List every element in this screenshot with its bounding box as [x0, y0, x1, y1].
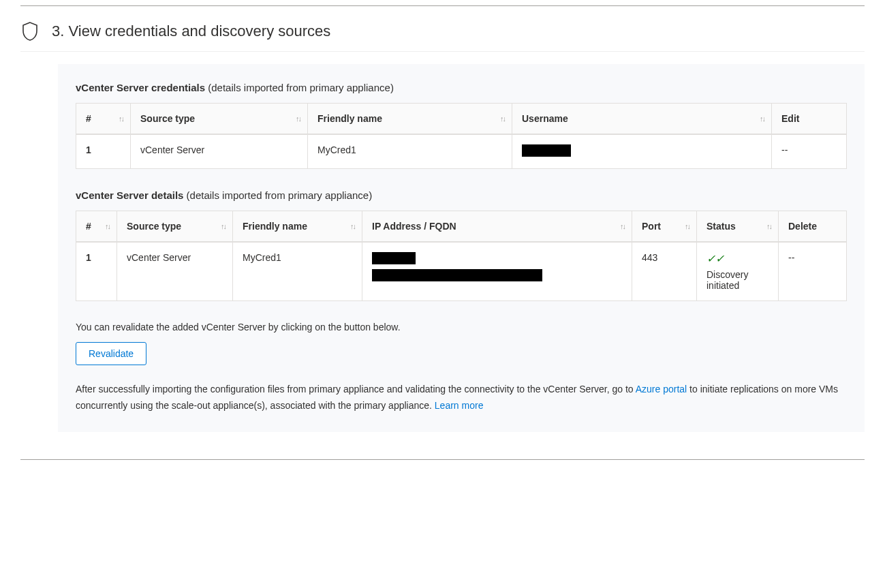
details-heading: vCenter Server details (details imported…: [76, 189, 847, 201]
check-icon: ✓✓: [707, 253, 724, 264]
top-divider: [20, 5, 865, 6]
cell-username: [512, 134, 772, 169]
credentials-table: # ↑↓ Source type ↑↓ Friendly name ↑↓ Use…: [76, 103, 847, 169]
col-username[interactable]: Username ↑↓: [512, 104, 772, 135]
section-header: 3. View credentials and discovery source…: [20, 12, 865, 52]
col-status[interactable]: Status ↑↓: [697, 211, 779, 243]
cell-delete: --: [779, 242, 847, 301]
credentials-heading-bold: vCenter Server credentials: [76, 82, 205, 93]
col-port[interactable]: Port ↑↓: [632, 211, 697, 243]
redacted-block: [372, 269, 542, 281]
col-source-type[interactable]: Source type ↑↓: [117, 211, 233, 243]
cell-source-type: vCenter Server: [131, 134, 308, 169]
sort-icon[interactable]: ↑↓: [766, 222, 771, 230]
sort-icon[interactable]: ↑↓: [119, 114, 123, 123]
sort-icon[interactable]: ↑↓: [350, 222, 355, 230]
sort-icon[interactable]: ↑↓: [760, 114, 764, 123]
revalidate-help-text: You can revalidate the added vCenter Ser…: [76, 322, 847, 332]
cell-status: ✓✓ Discovery initiated: [697, 242, 779, 301]
redacted-block: [522, 144, 571, 157]
section-title-text: View credentials and discovery sources: [68, 22, 330, 40]
cell-ip: [362, 242, 632, 301]
footer-part1: After successfully importing the configu…: [76, 384, 636, 394]
col-friendly-name[interactable]: Friendly name ↑↓: [308, 104, 512, 135]
table-row: 1 vCenter Server MyCred1 443 ✓✓ Discover…: [76, 242, 847, 301]
learn-more-link[interactable]: Learn more: [435, 400, 484, 411]
details-heading-rest: (details imported from primary appliance…: [183, 189, 372, 201]
details-heading-bold: vCenter Server details: [76, 189, 183, 201]
svg-point-0: [29, 29, 31, 31]
col-delete: Delete: [779, 211, 847, 243]
footer-instruction: After successfully importing the configu…: [76, 382, 847, 414]
col-edit: Edit: [772, 104, 847, 135]
bottom-divider: [20, 459, 865, 460]
cell-source-type: vCenter Server: [117, 242, 233, 301]
credentials-heading-rest: (details imported from primary appliance…: [205, 82, 394, 93]
sort-icon[interactable]: ↑↓: [685, 222, 689, 230]
sort-icon[interactable]: ↑↓: [620, 222, 625, 230]
revalidate-button[interactable]: Revalidate: [76, 342, 146, 365]
cell-edit: --: [772, 134, 847, 169]
col-ip[interactable]: IP Address / FQDN ↑↓: [362, 211, 632, 243]
section-number: 3.: [52, 22, 64, 40]
credentials-heading: vCenter Server credentials (details impo…: [76, 82, 847, 93]
shield-icon: [20, 21, 40, 42]
redacted-block: [372, 252, 416, 264]
cell-friendly-name: MyCred1: [233, 242, 362, 301]
azure-portal-link[interactable]: Azure portal: [636, 384, 687, 394]
table-row: 1 vCenter Server MyCred1 --: [76, 134, 847, 169]
sort-icon[interactable]: ↑↓: [500, 114, 505, 123]
col-num[interactable]: # ↑↓: [76, 211, 117, 243]
sort-icon[interactable]: ↑↓: [221, 222, 226, 230]
sort-icon[interactable]: ↑↓: [105, 222, 110, 230]
cell-num: 1: [76, 242, 117, 301]
cell-port: 443: [632, 242, 697, 301]
status-text: Discovery initiated: [707, 269, 768, 291]
details-table: # ↑↓ Source type ↑↓ Friendly name ↑↓ IP …: [76, 211, 847, 301]
col-friendly-name[interactable]: Friendly name ↑↓: [233, 211, 362, 243]
cell-num: 1: [76, 134, 131, 169]
col-source-type[interactable]: Source type ↑↓: [131, 104, 308, 135]
section-title: 3. View credentials and discovery source…: [52, 22, 330, 40]
cell-friendly-name: MyCred1: [308, 134, 512, 169]
col-num[interactable]: # ↑↓: [76, 104, 131, 135]
content-panel: vCenter Server credentials (details impo…: [58, 64, 865, 432]
sort-icon[interactable]: ↑↓: [296, 114, 300, 123]
